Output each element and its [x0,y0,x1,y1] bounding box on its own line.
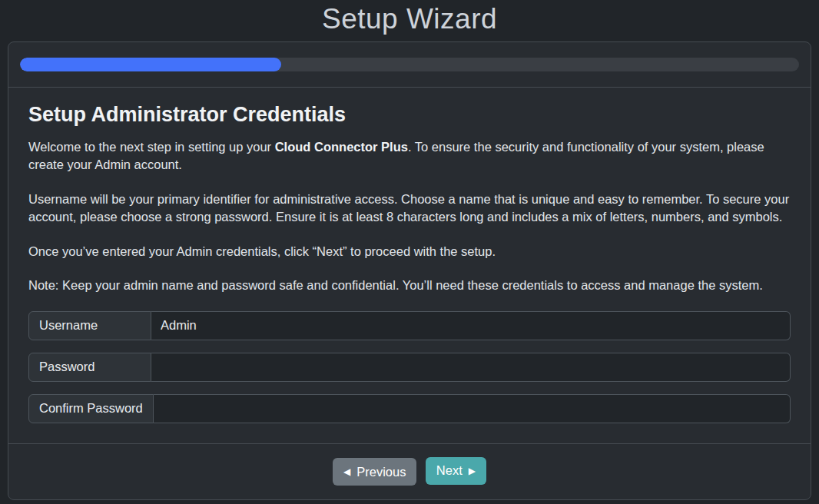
progress-bar-fill [20,58,281,71]
username-input[interactable] [151,311,791,340]
progress-section [8,42,811,88]
password-field-group: Password [28,353,791,382]
next-button[interactable]: Next ▶ [426,457,486,485]
page-title: Setup Wizard [0,0,819,41]
note-paragraph: Note: Keep your admin name and password … [28,277,791,294]
proceed-paragraph: Once you’ve entered your Admin credentia… [28,243,791,260]
password-input[interactable] [151,353,791,382]
wizard-card: Setup Administrator Credentials Welcome … [8,41,811,500]
product-name: Cloud Connector Plus [275,140,408,154]
wizard-footer: ◀ Previous Next ▶ [8,443,811,500]
step-heading: Setup Administrator Credentials [28,103,791,127]
previous-arrow-icon: ◀ [343,467,350,476]
wizard-step-content: Setup Administrator Credentials Welcome … [8,88,811,443]
next-arrow-icon: ▶ [469,466,476,476]
username-field-group: Username [28,311,791,340]
confirm-password-field-group: Confirm Password [28,394,791,423]
setup-wizard-page: Setup Wizard Setup Administrator Credent… [0,0,819,500]
guidelines-paragraph: Username will be your primary identifier… [28,191,791,227]
confirm-password-label: Confirm Password [28,394,154,423]
username-label: Username [28,311,151,340]
confirm-password-input[interactable] [154,394,791,423]
password-label: Password [28,353,151,382]
previous-button[interactable]: ◀ Previous [333,458,416,486]
credentials-form: Username Password Confirm Password [28,311,791,423]
previous-button-label: Previous [356,465,406,479]
next-button-label: Next [436,463,463,478]
progress-bar [20,58,799,71]
intro-paragraph: Welcome to the next step in setting up y… [28,138,791,174]
intro-text-before: Welcome to the next step in setting up y… [28,140,275,154]
